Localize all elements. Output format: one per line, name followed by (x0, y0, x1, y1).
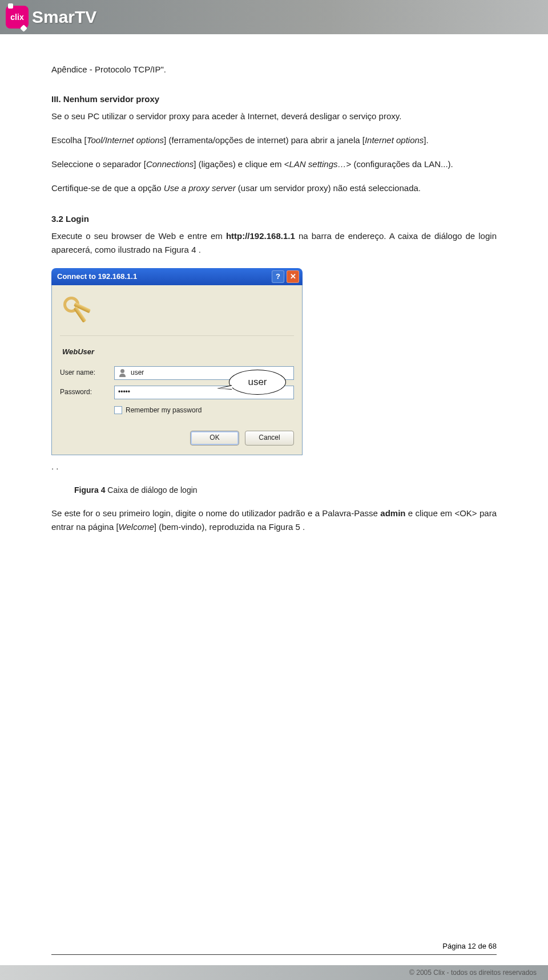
logo-text: SmarTV (32, 7, 96, 27)
footer-divider (51, 954, 497, 955)
t: LAN settings… (289, 159, 346, 169)
doc-header: clix SmarTV (0, 0, 548, 34)
keys-icon (63, 297, 93, 324)
page-content: Apêndice - Protocolo TCP/IP". III. Nenhu… (0, 34, 548, 534)
p-escolha: Escolha [Tool/Internet options] (ferrame… (51, 133, 497, 147)
login-dialog: Connect to 192.168.1.1 ? ✕ WebUser User … (51, 268, 303, 455)
t: Caixa de diálogo de login (105, 485, 197, 495)
password-value: ••••• (118, 387, 130, 398)
logo: clix SmarTV (6, 6, 96, 29)
remember-checkbox[interactable] (114, 406, 122, 414)
t: http://192.168.1.1 (226, 231, 295, 241)
dialog-icon-row (60, 293, 294, 336)
help-icon: ? (276, 271, 280, 283)
t: Escolha [ (51, 135, 87, 145)
t: Se este for o seu primeiro login, digite… (51, 508, 380, 518)
t: (usar um servidor proxy) não está selecc… (236, 183, 421, 193)
doc-footer: © 2005 Clix - todos os direitos reservad… (0, 965, 548, 980)
cancel-button[interactable]: Cancel (245, 431, 294, 446)
logo-badge-icon: clix (6, 6, 29, 29)
username-value: user (131, 367, 144, 378)
p-appendix: Apêndice - Protocolo TCP/IP". (51, 63, 497, 76)
p-proxy-intro: Se o seu PC utilizar o servidor proxy pa… (51, 110, 497, 123)
t: ] (ferramenta/opções de internet) para a… (164, 135, 365, 145)
dialog-site-label: WebUser (60, 346, 294, 358)
t: OK (209, 432, 219, 443)
dialog-buttons: OK Cancel (60, 431, 294, 446)
help-button[interactable]: ? (272, 270, 284, 283)
t: ] (ligações) e clique em < (194, 159, 289, 169)
page-number: Página 12 de 68 (442, 942, 497, 950)
p-primeiro-login: Se este for o seu primeiro login, digite… (51, 507, 497, 534)
t: admin (380, 508, 405, 518)
t: Certifique-se de que a opção (51, 183, 164, 193)
t: Tool/Internet options (87, 135, 164, 145)
t: Seleccione o separador [ (51, 159, 146, 169)
t: Cancel (259, 432, 280, 443)
dialog-title: Connect to 192.168.1.1 (57, 271, 269, 283)
ellipsis-dots: . . (51, 460, 497, 473)
t: Connections (146, 159, 194, 169)
remember-row: Remember my password (114, 405, 294, 416)
user-icon (118, 369, 127, 377)
close-button[interactable]: ✕ (287, 270, 299, 283)
username-label: User name: (60, 367, 114, 378)
heading-3-2: 3.2 Login (51, 212, 497, 226)
p-certifique: Certifique-se de que a opção Use a proxy… (51, 181, 497, 195)
t: ] (bem-vindo), reproduzida na Figura 5 . (154, 522, 305, 532)
t: ]. (424, 135, 428, 145)
close-icon: ✕ (290, 271, 296, 283)
p-execute: Execute o seu browser de Web e entre em … (51, 229, 497, 257)
t: Use a proxy server (164, 183, 236, 193)
ok-button[interactable]: OK (190, 431, 239, 446)
t: Welcome (119, 522, 154, 532)
p-seleccione: Seleccione o separador [Connections] (li… (51, 157, 497, 171)
callout-text: user (248, 374, 267, 390)
t: Execute o seu browser de Web e entre em (51, 231, 226, 241)
figure-4-caption: Figura 4 Caixa de diálogo de login (74, 484, 497, 496)
callout-bubble: user (229, 370, 286, 395)
dialog-body: WebUser User name: user Password: ••••• … (51, 285, 303, 455)
t: > (configurações da LAN...). (346, 159, 453, 169)
logo-badge-text: clix (10, 13, 23, 22)
password-label: Password: (60, 387, 114, 398)
dialog-titlebar: Connect to 192.168.1.1 ? ✕ (51, 268, 303, 285)
remember-label: Remember my password (126, 405, 202, 416)
copyright: © 2005 Clix - todos os direitos reservad… (409, 969, 537, 977)
heading-iii: III. Nenhum servidor proxy (51, 92, 497, 106)
t: Internet options (365, 135, 424, 145)
t: Figura 4 (74, 485, 105, 495)
